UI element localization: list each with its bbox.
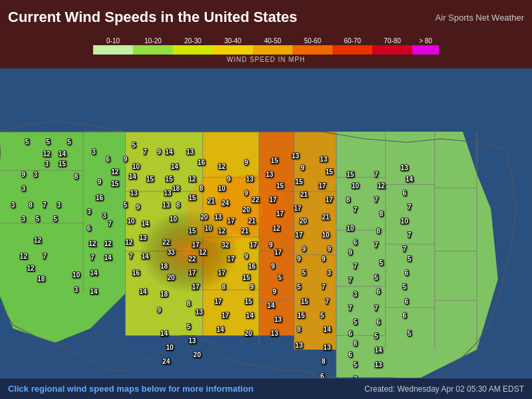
footer: Click regional wind speed maps below for… <box>0 378 532 399</box>
svg-text:9: 9 <box>227 176 231 183</box>
svg-text:15: 15 <box>243 274 251 281</box>
svg-text:6: 6 <box>376 288 380 295</box>
svg-text:12: 12 <box>111 168 119 176</box>
svg-text:12: 12 <box>104 240 112 247</box>
svg-text:13: 13 <box>188 337 196 344</box>
svg-text:13: 13 <box>186 148 194 156</box>
svg-text:8: 8 <box>222 283 226 291</box>
svg-text:13: 13 <box>246 176 254 183</box>
svg-text:6: 6 <box>405 298 409 305</box>
svg-text:3: 3 <box>87 208 91 215</box>
svg-text:5: 5 <box>402 283 406 291</box>
legend-label-70-80: 70-80 <box>372 37 412 45</box>
svg-text:5: 5 <box>132 142 136 149</box>
svg-text:9: 9 <box>158 307 162 314</box>
svg-text:5: 5 <box>321 312 325 319</box>
svg-text:9: 9 <box>297 255 301 263</box>
svg-text:8: 8 <box>376 227 380 235</box>
svg-text:9: 9 <box>269 241 273 249</box>
svg-text:13: 13 <box>292 152 300 160</box>
svg-text:9: 9 <box>301 164 305 172</box>
svg-text:13: 13 <box>162 201 170 209</box>
svg-text:3: 3 <box>22 185 26 192</box>
svg-text:12: 12 <box>199 249 207 256</box>
svg-text:14: 14 <box>375 346 383 354</box>
svg-text:17: 17 <box>269 196 277 203</box>
svg-text:13: 13 <box>271 330 279 337</box>
svg-text:6: 6 <box>321 372 325 378</box>
svg-text:9: 9 <box>245 190 249 197</box>
svg-text:9: 9 <box>348 249 352 256</box>
svg-text:5: 5 <box>408 255 412 263</box>
svg-text:16: 16 <box>248 263 256 270</box>
color-30-40 <box>213 45 253 55</box>
svg-text:12: 12 <box>34 237 42 244</box>
svg-text:7: 7 <box>353 263 357 270</box>
footer-created-text: Created: Wednesday Apr 02 05:30 AM EDST <box>364 384 524 394</box>
svg-text:15: 15 <box>326 168 334 176</box>
svg-text:21: 21 <box>248 217 256 225</box>
svg-text:10: 10 <box>132 163 140 170</box>
svg-text:8: 8 <box>380 210 384 217</box>
svg-text:9: 9 <box>245 159 249 166</box>
svg-text:3: 3 <box>353 375 357 378</box>
legend-label-50-60: 50-60 <box>293 37 332 45</box>
svg-text:13: 13 <box>196 309 203 316</box>
svg-text:15: 15 <box>301 298 309 305</box>
footer-info-text[interactable]: Click regional wind speed maps below for… <box>8 384 253 394</box>
svg-text:8: 8 <box>346 196 350 203</box>
svg-text:9: 9 <box>302 245 306 253</box>
svg-text:6: 6 <box>405 269 409 277</box>
svg-text:17: 17 <box>326 196 334 203</box>
svg-text:8: 8 <box>29 201 33 209</box>
svg-text:15: 15 <box>111 180 119 188</box>
svg-text:7: 7 <box>408 203 412 211</box>
svg-text:10: 10 <box>205 225 213 232</box>
svg-text:14: 14 <box>406 176 414 183</box>
svg-text:8: 8 <box>187 300 191 307</box>
svg-text:22: 22 <box>252 196 260 203</box>
svg-text:10: 10 <box>170 215 178 223</box>
svg-text:6: 6 <box>353 239 357 246</box>
svg-text:9: 9 <box>98 178 102 186</box>
svg-text:5: 5 <box>67 138 71 146</box>
svg-text:14: 14 <box>90 269 98 277</box>
svg-text:3: 3 <box>45 160 49 168</box>
svg-text:16: 16 <box>96 194 104 201</box>
color-20-30 <box>173 45 213 55</box>
svg-text:20: 20 <box>245 330 253 337</box>
svg-text:21: 21 <box>207 198 215 205</box>
svg-text:7: 7 <box>408 231 412 239</box>
svg-text:7: 7 <box>325 298 329 305</box>
svg-text:3: 3 <box>102 212 106 219</box>
svg-text:3: 3 <box>11 201 15 209</box>
legend-label-60-70: 60-70 <box>332 37 372 45</box>
header: Current Wind Speeds in the United States… <box>0 0 532 35</box>
svg-text:15: 15 <box>188 194 196 201</box>
legend-labels: 0-10 10-20 20-30 30-40 40-50 50-60 60-70… <box>93 37 439 45</box>
svg-text:13: 13 <box>320 156 328 163</box>
svg-text:12: 12 <box>20 253 28 260</box>
svg-text:5: 5 <box>47 138 51 146</box>
svg-text:20: 20 <box>194 351 201 358</box>
svg-text:15: 15 <box>245 298 253 305</box>
color-70-80 <box>372 45 412 55</box>
legend-label-20-30: 20-30 <box>173 37 213 45</box>
svg-text:7: 7 <box>322 283 326 291</box>
svg-text:15: 15 <box>346 171 354 178</box>
svg-text:3: 3 <box>74 286 78 293</box>
svg-text:24: 24 <box>221 200 229 207</box>
svg-text:21: 21 <box>300 191 308 198</box>
svg-text:24: 24 <box>162 358 170 365</box>
svg-text:10: 10 <box>128 217 136 225</box>
svg-text:18: 18 <box>160 291 168 298</box>
map-container[interactable]: 5 5 5 12 14 3 15 9 3 8 3 3 8 7 3 3 5 5 1… <box>0 68 532 378</box>
svg-text:22: 22 <box>188 255 196 263</box>
svg-text:14: 14 <box>90 288 98 295</box>
svg-text:7: 7 <box>143 148 147 156</box>
svg-text:21: 21 <box>241 227 249 235</box>
svg-text:12: 12 <box>43 150 51 158</box>
svg-text:12: 12 <box>88 240 96 247</box>
svg-text:17: 17 <box>295 231 303 239</box>
legend-label-40-50: 40-50 <box>253 37 293 45</box>
